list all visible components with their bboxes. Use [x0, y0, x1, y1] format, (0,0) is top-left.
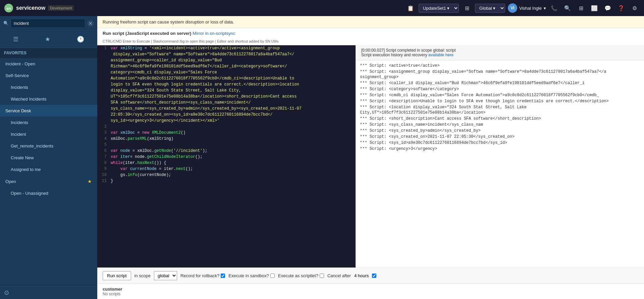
rollback-checkbox-group: Record for rollback? [180, 273, 225, 278]
mirror-link[interactable]: Mirror in sn-scriptsync [193, 31, 235, 36]
sidebar-item-create-new[interactable]: Create New [0, 152, 97, 164]
scriptlet-checkbox[interactable] [320, 274, 324, 278]
sidebar-item-label: Assigned to me [11, 167, 41, 172]
output-line: *** Script: <sys_id>a9e30c7dc61122760116… [360, 140, 640, 145]
favorites-header: Favorites [0, 48, 97, 58]
hours-label: 4 hours [354, 273, 369, 278]
history-link[interactable]: available here [428, 53, 453, 57]
output-line: *** Script: <assignment_group display_va… [360, 69, 640, 80]
code-line-4: 4 xmlDoc.parseXML(xmlString) [97, 136, 356, 142]
favorites-icon[interactable]: ★ [42, 34, 53, 44]
output-line: *** Script: <sys_created_on>2021-11-07 2… [360, 134, 640, 139]
sidebar-item-label: Incident - Open [5, 61, 35, 66]
user-area[interactable]: VI Vishal Ingle ▾ [508, 3, 546, 13]
scope-label: in scope [135, 273, 151, 278]
sidebar-item-incidents2[interactable]: Incidents [0, 117, 97, 128]
grid-icon[interactable]: ⊞ [576, 3, 586, 13]
cancel-hours-checkbox[interactable] [372, 274, 376, 278]
script-shortcuts: CTRL/CMD Enter to Execute | Slashcommand… [97, 39, 644, 45]
rollback-checkbox[interactable] [221, 274, 225, 278]
help-icon[interactable]: ❓ [616, 3, 627, 13]
sidebar-item-assigned-to-me[interactable]: Assigned to me [0, 164, 97, 175]
output-status: [0:00:00.027] Script completed in scope … [361, 48, 456, 53]
code-editor[interactable]: 1 var xmlString = '<xml><incident><activ… [97, 45, 356, 267]
collapse-icon[interactable]: ⊙ [4, 289, 9, 296]
svg-text:sn: sn [7, 6, 11, 10]
search-icon[interactable]: 🔍 [562, 3, 573, 13]
sidebar-item-get-remote-incidents[interactable]: Get_remote_incidents [0, 140, 97, 152]
scope-select[interactable]: global [154, 271, 177, 280]
avatar-initial: VI [511, 6, 514, 10]
code-line-11: 11 } [97, 178, 356, 184]
scriptlet-label: Execute as scriptlet? [278, 273, 318, 278]
history-icon[interactable]: 🕐 [74, 34, 87, 44]
sidebar-item-incidents[interactable]: Incidents [0, 81, 97, 93]
servicenow-logo-icon: sn [4, 3, 13, 13]
sidebar: 🔍 ✕ ☰ ★ 🕐 Favorites Incident - Open Self… [0, 16, 97, 299]
code-line-5: 5 [97, 142, 356, 148]
user-dropdown-icon: ▾ [544, 6, 546, 11]
search-input[interactable] [11, 19, 85, 28]
sidebar-icon-row: ☰ ★ 🕐 [0, 31, 97, 48]
sidebar-toggle-icon[interactable]: ⬜ [589, 3, 600, 13]
code-line-8: 8 while(iter.hasNext()) { [97, 160, 356, 166]
top-nav: sn servicenow Development 📋 UpdateSet1 ▾… [0, 0, 644, 16]
sidebar-item-label: Service Desk [5, 108, 31, 113]
customer-label: customer [103, 287, 639, 292]
code-line-6: 6 var node = xmlDoc.getNode('//incident'… [97, 148, 356, 154]
script-header: Run script (JavaScript executed on serve… [97, 28, 644, 39]
output-line: *** Script: <sys_class_name>incident</sy… [360, 122, 640, 127]
sidebar-item-service-desk[interactable]: Service Desk [0, 105, 97, 117]
scope-dropdown[interactable]: Global ▾ [475, 4, 505, 13]
script-and-output: 1 var xmlString = '<xml><incident><activ… [97, 45, 644, 267]
env-badge: Development [48, 5, 74, 11]
cancel-label: Cancel after [327, 273, 351, 278]
customer-value: No scripts [103, 292, 639, 296]
sidebar-item-label: Incidents [11, 85, 28, 90]
settings-icon[interactable]: ⚙ [629, 3, 640, 13]
sandbox-checkbox[interactable] [270, 274, 275, 278]
sidebar-item-open-unassigned[interactable]: Open - Unassigned [0, 187, 97, 199]
avatar: VI [508, 3, 517, 13]
code-line-3: 3 var xmlDoc = new XMLDocument2() [97, 130, 356, 136]
scriptlet-checkbox-group: Execute as scriptlet? [278, 273, 324, 278]
output-line: *** Script: <urgency>3</urgency> [360, 146, 640, 152]
sandbox-label: Execute in sandbox? [228, 273, 269, 278]
script-run-label: Run script (JavaScript executed on serve… [103, 31, 191, 36]
sandbox-checkbox-group: Execute in sandbox? [228, 273, 275, 278]
username: Vishal Ingle [519, 6, 542, 11]
sidebar-item-watched-incidents[interactable]: Watched Incidents [0, 93, 97, 105]
logo-text: servicenow [16, 5, 45, 11]
sidebar-item-incident-open[interactable]: Incident - Open [0, 58, 97, 70]
sidebar-item-open[interactable]: Open ★ [0, 175, 97, 187]
output-line: *** Script: <short_description>Cant acce… [360, 116, 640, 121]
clear-search-button[interactable]: ✕ [87, 20, 94, 27]
list-view-icon[interactable]: ☰ [10, 34, 21, 44]
split-view-icon[interactable]: ⊞ [462, 3, 472, 13]
script-controls-wrapper: Run script in scope global Record for ro… [97, 267, 644, 284]
history-text: Script execution history and recovery [361, 53, 427, 57]
content-area: Running freeform script can cause system… [97, 16, 644, 299]
code-line-10: 10 gs.info(currentNode); [97, 172, 356, 178]
sidebar-item-label: Get_remote_incidents [11, 143, 53, 148]
main-area: 🔍 ✕ ☰ ★ 🕐 Favorites Incident - Open Self… [0, 16, 644, 299]
run-script-button[interactable]: Run script [103, 271, 131, 280]
script-controls: Run script in scope global Record for ro… [97, 267, 644, 284]
clipboard-icon[interactable]: 📋 [405, 3, 416, 13]
sidebar-bottom: ⊙ [0, 286, 97, 299]
output-line: *** Script: <location display_value="324… [360, 105, 640, 115]
sidebar-item-self-service[interactable]: Self-Service [0, 70, 97, 81]
output-line: *** Script: <category>software</category… [360, 86, 640, 92]
sidebar-item-label: Open [5, 179, 16, 184]
code-line-2: 2 [97, 124, 356, 130]
code-line-7: 7 var iter= node.getChildNodeIterator(); [97, 154, 356, 160]
sidebar-item-incident[interactable]: Incident [0, 128, 97, 140]
chat-icon[interactable]: 💬 [602, 3, 613, 13]
output-line: *** Script: <cmdb_ci display_value="Sale… [360, 93, 640, 98]
update-set-dropdown[interactable]: UpdateSet1 ▾ [419, 4, 459, 13]
phone-icon[interactable]: 📞 [549, 3, 559, 13]
sidebar-item-label: Open - Unassigned [11, 191, 48, 196]
output-line: *** Script: <active>true</active> [360, 63, 640, 68]
output-line: *** Script: <caller_id display_value="Bu… [360, 80, 640, 86]
output-content: *** Script: <active>true</active>*** Scr… [356, 60, 644, 267]
